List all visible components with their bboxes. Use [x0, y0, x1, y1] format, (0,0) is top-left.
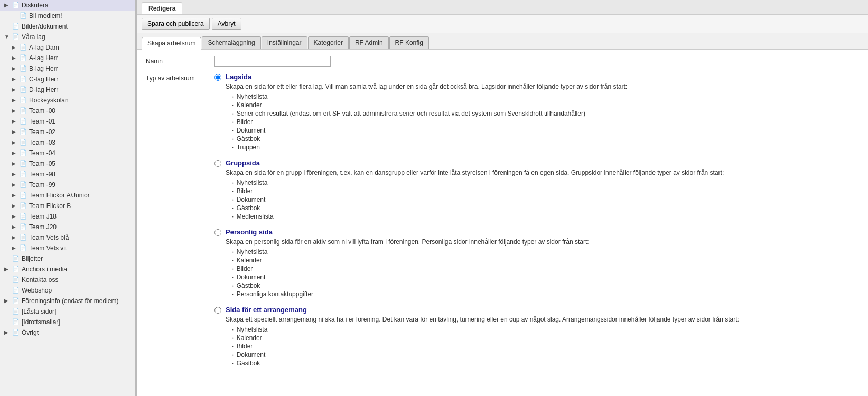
sidebar-item-biljetter[interactable]: 📄Biljetter: [0, 253, 135, 264]
sidebar-item-lasta-sidor[interactable]: 📄[Låsta sidor]: [0, 306, 135, 317]
sidebar-item-c-lag-herr[interactable]: ▶📄C-lag Herr: [0, 74, 135, 84]
bullet-item: Dokument: [232, 126, 627, 135]
bullet-item: Nyhetslista: [232, 248, 589, 256]
leaf-icon: [4, 277, 11, 283]
page-icon: 📄: [20, 171, 27, 178]
sidebar-item-a-lag-dam[interactable]: ▶📄A-lag Dam: [0, 42, 135, 53]
expand-icon: ▶: [12, 97, 18, 103]
page-icon: 📄: [12, 276, 20, 284]
page-icon: 📄: [12, 2, 20, 9]
sidebar-item-team-j20[interactable]: ▶📄Team J20: [0, 222, 135, 232]
sidebar-item-label: Bli medlem!: [29, 12, 132, 20]
sidebar-item-label: Team Flickor B: [29, 202, 132, 210]
sidebar-item-team-98[interactable]: ▶📄Team -98: [0, 169, 135, 180]
bullet-item: Nyhetslista: [232, 178, 724, 187]
sidebar: ▶📄Diskutera📄Bli medlem!📄Bilder/dokument▼…: [0, 0, 137, 396]
top-tab-bar: Redigera: [137, 0, 868, 15]
expand-icon: ▶: [12, 171, 18, 177]
section-desc-personlig-sida: Skapa en personlig sida för en aktiv som…: [226, 238, 589, 246]
radio-option-gruppsida: GruppsidaSkapa en sida för en grupp i fö…: [214, 159, 739, 221]
sidebar-item-bilder-dokument[interactable]: 📄Bilder/dokument: [0, 21, 135, 32]
bullet-item: Bilder: [232, 187, 724, 195]
radio-gruppsida[interactable]: [214, 160, 221, 167]
content-tabs: Skapa arbetsrumSchemaläggningInställning…: [137, 33, 868, 50]
name-input[interactable]: [214, 56, 331, 67]
sidebar-item-team-02[interactable]: ▶📄Team -02: [0, 127, 135, 137]
page-icon: 📄: [20, 149, 27, 157]
content-tab-3[interactable]: Kategorier: [308, 36, 349, 49]
page-icon: 📄: [20, 118, 27, 125]
sidebar-item-team-99[interactable]: ▶📄Team -99: [0, 180, 135, 190]
leaf-icon: [4, 308, 11, 315]
cancel-button[interactable]: Avbryt: [212, 18, 241, 30]
bullet-item: Gästbok: [232, 135, 627, 143]
section-desc-gruppsida: Skapa en sida för en grupp i föreningen,…: [226, 169, 724, 176]
sidebar-item-label: Kontakta oss: [22, 276, 132, 284]
sidebar-item-team-vets-bla[interactable]: ▶📄Team Vets blå: [0, 232, 135, 243]
sidebar-item-webbshop[interactable]: 📄Webbshop: [0, 285, 135, 296]
page-icon: 📄: [20, 12, 27, 20]
sidebar-item-team-j18[interactable]: ▶📄Team J18: [0, 211, 135, 222]
page-icon: 📄: [20, 244, 27, 252]
bullet-item: Dokument: [232, 351, 739, 359]
sidebar-item-bli-medlem[interactable]: 📄Bli medlem!: [0, 11, 135, 21]
content-tab-5[interactable]: RF Konfig: [389, 36, 429, 49]
sidebar-item-label: Team -98: [29, 171, 132, 178]
sidebar-item-label: Våra lag: [22, 33, 132, 41]
radio-personlig-sida[interactable]: [214, 229, 221, 236]
sidebar-item-kontakta-oss[interactable]: 📄Kontakta oss: [0, 275, 135, 285]
leaf-icon: [4, 23, 11, 30]
page-icon: 📄: [20, 65, 27, 72]
type-label: Typ av arbetsrum: [146, 73, 214, 82]
sidebar-item-anchors-i-media[interactable]: ▶📄Anchors i media: [0, 264, 135, 275]
type-section-gruppsida: GruppsidaSkapa en sida för en grupp i fö…: [214, 159, 739, 221]
sidebar-item-vara-lag[interactable]: ▼📄Våra lag: [0, 32, 135, 42]
sidebar-item-team-vets-vit[interactable]: ▶📄Team Vets vit: [0, 243, 135, 253]
expand-icon: ▶: [12, 129, 18, 135]
sidebar-item-team-03[interactable]: ▶📄Team -03: [0, 137, 135, 148]
content-tab-1[interactable]: Schemaläggning: [202, 36, 260, 49]
sidebar-item-team-flickor-aj[interactable]: ▶📄Team Flickor A/Junior: [0, 190, 135, 201]
sidebar-item-team-01[interactable]: ▶📄Team -01: [0, 116, 135, 127]
sidebar-item-ovrigt[interactable]: ▶📄Övrigt: [0, 327, 135, 338]
radio-arrangemang[interactable]: [214, 307, 221, 314]
sidebar-item-d-lag-herr[interactable]: ▶📄D-lag Herr: [0, 84, 135, 95]
sidebar-item-hockeyskolan[interactable]: ▶📄Hockeyskolan: [0, 95, 135, 106]
expand-icon: ▶: [12, 55, 18, 61]
save-publish-button[interactable]: Spara och publicera: [142, 18, 210, 30]
bullet-item: Nyhetslista: [232, 92, 627, 101]
type-section-lagsida: LagsidaSkapa en sida för ett eller flera…: [214, 73, 739, 152]
sidebar-item-team-flickor-b[interactable]: ▶📄Team Flickor B: [0, 201, 135, 211]
sidebar-item-label: Föreningsinfo (endast för medlem): [22, 297, 132, 305]
page-icon: 📄: [12, 308, 20, 315]
sidebar-item-team-05[interactable]: ▶📄Team -05: [0, 158, 135, 169]
tab-redigera[interactable]: Redigera: [142, 2, 182, 14]
radio-option-lagsida: LagsidaSkapa en sida för ett eller flera…: [214, 73, 739, 152]
content-tab-2[interactable]: Inställningar: [262, 36, 307, 49]
expand-icon: ▶: [12, 182, 18, 188]
expand-icon: ▶: [12, 44, 18, 51]
bullet-item: Gästbok: [232, 204, 724, 212]
content-tab-4[interactable]: RF Admin: [349, 36, 389, 49]
sidebar-item-label: Diskutera: [22, 2, 132, 9]
bullet-item: Serier och resultat (endast om ert SF va…: [232, 109, 627, 118]
sidebar-item-label: Team -99: [29, 181, 132, 188]
expand-icon: ▶: [12, 203, 18, 209]
sidebar-item-b-lag-herr[interactable]: ▶📄B-lag Herr: [0, 63, 135, 74]
content-tab-0[interactable]: Skapa arbetsrum: [142, 37, 201, 50]
expand-icon: ▶: [12, 139, 18, 146]
leaf-icon: [4, 256, 11, 262]
sidebar-item-idrottsmallar[interactable]: 📄[Idrottsmallar]: [0, 317, 135, 327]
sidebar-item-foreningsinfo[interactable]: ▶📄Föreningsinfo (endast för medlem): [0, 296, 135, 306]
sidebar-item-team-04[interactable]: ▶📄Team -04: [0, 148, 135, 158]
bullet-item: Nyhetslista: [232, 325, 739, 334]
sidebar-item-team-00[interactable]: ▶📄Team -00: [0, 106, 135, 116]
sidebar-item-diskutera[interactable]: ▶📄Diskutera: [0, 0, 135, 11]
expand-icon: ▶: [4, 266, 11, 272]
leaf-icon: [4, 287, 11, 294]
sidebar-item-label: Webbshop: [22, 287, 132, 294]
section-content-arrangemang: Sida för ett arrangemangSkapa ett specie…: [226, 306, 739, 367]
sidebar-item-a-lag-herr[interactable]: ▶📄A-lag Herr: [0, 53, 135, 63]
sidebar-item-label: Anchors i media: [22, 266, 132, 273]
radio-lagsida[interactable]: [214, 74, 221, 81]
